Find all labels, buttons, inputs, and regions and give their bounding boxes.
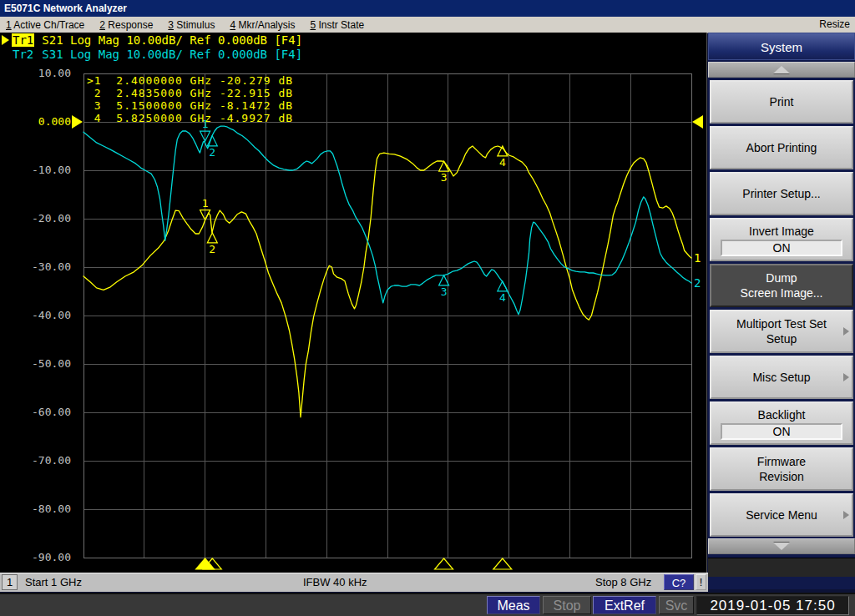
- softkey-toggle-state: ON: [721, 423, 842, 440]
- calibration-badge: C?: [664, 574, 694, 590]
- softkey-scroll-up-button[interactable]: [708, 62, 855, 78]
- softkey-label: Screen Image...: [741, 285, 823, 300]
- y-axis-tick-label: -60.00: [1, 406, 71, 418]
- status-svc: Svc: [659, 596, 694, 614]
- scroll-up-icon: [773, 66, 790, 73]
- menu-item-active-ch-trace[interactable]: 1 Active Ch/Trace: [6, 18, 84, 33]
- softkey-invert-image[interactable]: Invert ImageON: [710, 218, 853, 261]
- submenu-arrow-icon: [843, 327, 849, 336]
- softkey-panel-footer: [708, 558, 855, 577]
- softkey-label: Firmware: [757, 454, 806, 469]
- menu-item-instr-state[interactable]: 5 Instr State: [310, 18, 364, 33]
- resize-control[interactable]: Resize: [819, 17, 850, 32]
- active-channel-indicator[interactable]: 1: [2, 574, 18, 590]
- softkey-toggle-state: ON: [721, 240, 842, 256]
- instrument-window: E5071C Network Analyzer 1 Active Ch/Trac…: [0, 0, 855, 616]
- menu-item-mkr-analysis[interactable]: 4 Mkr/Analysis: [230, 18, 295, 33]
- marker-readout-row: 2 2.4835000 GHz -22.915 dB: [87, 87, 293, 99]
- softkey-scroll-down-button[interactable]: [708, 538, 855, 554]
- menu-items: 1 Active Ch/Trace2 Response3 Stimulus4 M…: [0, 18, 364, 33]
- y-axis-tick-label: -40.00: [1, 309, 71, 321]
- y-axis-tick-label: -50.00: [1, 357, 71, 370]
- clock-display: 2019-01-05 17:50: [696, 596, 849, 615]
- reference-level-label: 0.000: [1, 115, 71, 128]
- active-trace-arrow-icon: [2, 35, 9, 45]
- softkey-label: Setup: [766, 331, 797, 346]
- softkey-abort-printing[interactable]: Abort Printing: [710, 126, 853, 169]
- softkey-label: Printer Setup...: [742, 186, 820, 201]
- softkey-firmware-revision[interactable]: FirmwareRevision: [710, 447, 853, 491]
- softkey-service-menu[interactable]: Service Menu: [710, 493, 853, 537]
- submenu-arrow-icon: [843, 373, 849, 381]
- status-extref: ExtRef: [593, 596, 656, 614]
- menu-item-response[interactable]: 2 Response: [99, 18, 153, 33]
- marker-readout-row: 3 5.1500000 GHz -8.1472 dB: [87, 99, 293, 112]
- softkey-print[interactable]: Print: [710, 80, 853, 124]
- status-stop: Stop: [543, 596, 591, 614]
- softkey-label: Multiport Test Set: [736, 316, 827, 331]
- softkey-label: Service Menu: [746, 507, 817, 523]
- softkey-menu-title: System: [708, 33, 855, 60]
- y-axis-tick-label: -70.00: [1, 454, 71, 467]
- y-axis-tick-label: -30.00: [1, 260, 71, 273]
- status-meas: Meas: [487, 596, 540, 614]
- softkey-label: Misc Setup: [752, 370, 810, 385]
- menu-item-stimulus[interactable]: 3 Stimulus: [168, 18, 215, 33]
- softkey-label: Abort Printing: [746, 140, 817, 155]
- stop-frequency-label: Stop 8 GHz: [595, 576, 651, 588]
- softkey-label: Dump: [766, 270, 797, 285]
- warning-badge: !: [696, 574, 706, 590]
- instrument-status-bar: MeasStopExtRefSvc 2019-01-05 17:50: [0, 593, 855, 616]
- softkey-misc-setup[interactable]: Misc Setup: [710, 356, 853, 399]
- submenu-arrow-icon: [843, 511, 849, 519]
- y-axis-tick-label: -80.00: [1, 502, 71, 515]
- softkey-multiport-test-set-setup[interactable]: Multiport Test SetSetup: [710, 310, 853, 353]
- softkey-label: Print: [770, 94, 794, 109]
- y-axis-tick-label: -10.00: [1, 164, 71, 176]
- softkey-label: Revision: [759, 469, 804, 484]
- softkey-label: Backlight: [758, 407, 806, 422]
- window-titlebar: E5071C Network Analyzer: [0, 0, 855, 17]
- trace-status-line-tr2[interactable]: Tr2S31 Log Mag 10.00dB/ Ref 0.000dB [F4]: [2, 48, 302, 61]
- y-axis-tick-label: 10.00: [1, 67, 71, 79]
- softkey-backlight[interactable]: BacklightON: [710, 401, 853, 445]
- marker-readout-row: >1 2.4000000 GHz -20.279 dB: [87, 74, 293, 87]
- softkey-printer-setup[interactable]: Printer Setup...: [710, 172, 853, 215]
- softkey-dump-screen-image[interactable]: DumpScreen Image...: [710, 264, 853, 307]
- start-frequency-label: Start 1 GHz: [25, 576, 82, 588]
- y-axis-tick-label: -20.00: [1, 212, 71, 225]
- trace-name: Tr2: [12, 48, 34, 61]
- ifbw-label: IFBW 40 kHz: [303, 576, 367, 588]
- trace-format-readout: S31 Log Mag 10.00dB/ Ref 0.000dB [F4]: [42, 48, 302, 61]
- softkey-label: Invert Image: [749, 224, 814, 239]
- scroll-down-icon: [773, 543, 790, 550]
- softkey-panel: System PrintAbort PrintingPrinter Setup.…: [708, 33, 855, 589]
- trace-name: Tr1: [12, 33, 34, 47]
- y-axis-tick-label: -90.00: [1, 551, 71, 563]
- trace-status-line-tr1[interactable]: Tr1S21 Log Mag 10.00dB/ Ref 0.000dB [F4]: [2, 33, 302, 47]
- window-title: E5071C Network Analyzer: [4, 3, 127, 14]
- menu-bar: 1 Active Ch/Trace2 Response3 Stimulus4 M…: [0, 17, 855, 33]
- marker-readout-row: 4 5.8250000 GHz -4.9927 dB: [87, 112, 293, 124]
- channel-status-bar: 1 Start 1 GHz IFBW 40 kHz Stop 8 GHz C? …: [0, 573, 708, 592]
- trace-format-readout: S21 Log Mag 10.00dB/ Ref 0.000dB [F4]: [42, 33, 302, 47]
